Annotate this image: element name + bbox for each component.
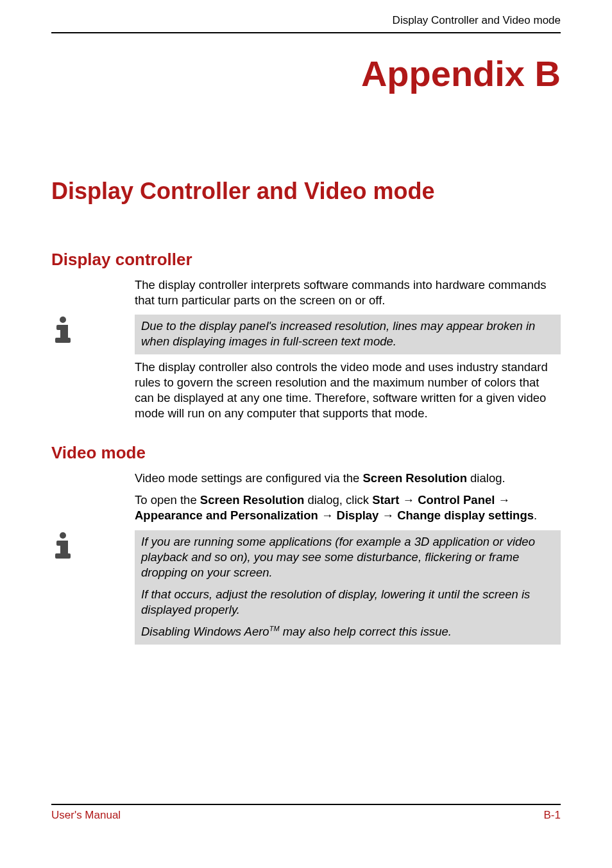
section-video-mode: Video mode Video mode settings are confi… xyxy=(51,443,561,645)
arrow-icon: → xyxy=(321,508,334,522)
svg-rect-2 xyxy=(60,325,68,339)
arrow-icon: → xyxy=(402,493,414,507)
paragraph: The display controller also controls the… xyxy=(135,360,561,421)
arrow-icon: → xyxy=(382,508,395,522)
bold-text: Screen Resolution xyxy=(200,493,304,507)
info-icon xyxy=(51,530,85,562)
text: To open the xyxy=(135,493,200,507)
text: . xyxy=(534,508,537,522)
section-display-controller: Display controller The display controlle… xyxy=(51,250,561,421)
bold-text: Change display settings xyxy=(397,508,534,522)
page-title: Display Controller and Video mode xyxy=(51,178,561,205)
svg-point-0 xyxy=(60,317,66,323)
text: may also help correct this issue. xyxy=(280,625,452,638)
footer: User's Manual B-1 xyxy=(51,804,561,822)
note-text: If you are running some applications (fo… xyxy=(135,530,561,645)
paragraph: To open the Screen Resolution dialog, cl… xyxy=(135,492,561,523)
appendix-label: Appendix B xyxy=(51,53,561,94)
text: Video mode settings are configured via t… xyxy=(135,471,363,485)
heading-video-mode: Video mode xyxy=(51,443,561,463)
bold-text: Screen Resolution xyxy=(363,471,467,485)
svg-rect-3 xyxy=(55,338,71,343)
bold-text: Appearance and Personalization xyxy=(135,508,318,522)
heading-display-controller: Display controller xyxy=(51,250,561,270)
note-paragraph: If you are running some applications (fo… xyxy=(141,534,554,580)
note-block: If you are running some applications (fo… xyxy=(51,530,561,645)
note-text: Due to the display panel's increased res… xyxy=(135,315,561,354)
footer-rule xyxy=(51,804,561,805)
header-rule xyxy=(51,32,561,33)
text: dialog, click xyxy=(304,493,372,507)
footer-right: B-1 xyxy=(544,809,561,822)
info-icon xyxy=(51,315,85,347)
svg-rect-6 xyxy=(60,541,68,555)
bold-text: Control Panel xyxy=(418,493,495,507)
footer-left: User's Manual xyxy=(51,809,121,822)
bold-text: Start xyxy=(372,493,399,507)
paragraph: Video mode settings are configured via t… xyxy=(135,471,561,486)
note-block: Due to the display panel's increased res… xyxy=(51,315,561,354)
note-paragraph: Disabling Windows AeroTM may also help c… xyxy=(141,624,554,639)
svg-rect-7 xyxy=(55,553,71,559)
text: Disabling Windows Aero xyxy=(141,625,269,638)
arrow-icon: → xyxy=(498,493,511,507)
paragraph: The display controller interprets softwa… xyxy=(135,277,561,308)
note-paragraph: If that occurs, adjust the resolution of… xyxy=(141,587,554,618)
svg-point-4 xyxy=(60,532,66,539)
trademark: TM xyxy=(269,625,280,632)
running-head: Display Controller and Video mode xyxy=(51,14,561,32)
bold-text: Display xyxy=(337,508,379,522)
text: dialog. xyxy=(467,471,506,485)
